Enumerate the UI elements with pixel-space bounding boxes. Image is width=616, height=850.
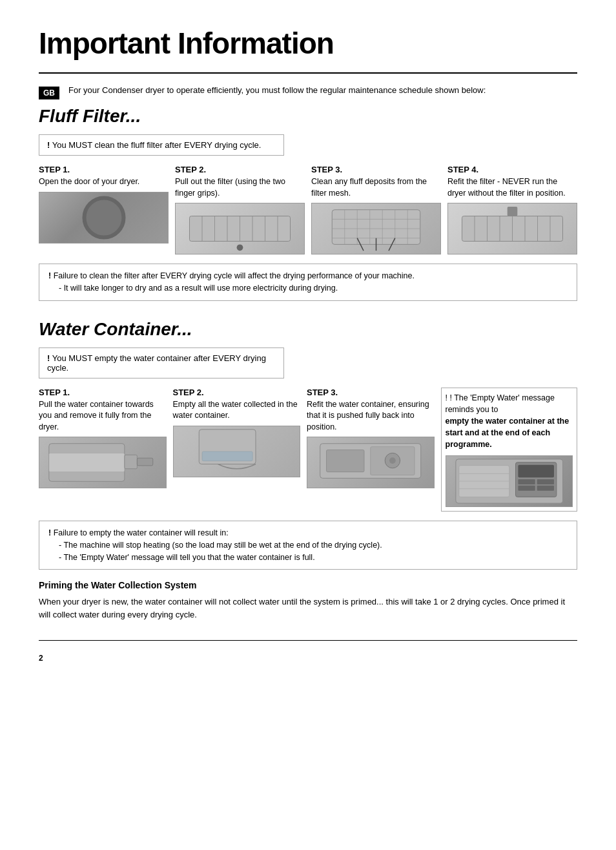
fluff-failure-list: It will take longer to dry and as a resu… bbox=[48, 282, 568, 295]
water-step-1: STEP 1. Pull the water container towards… bbox=[39, 388, 167, 512]
main-title: Important Information bbox=[39, 26, 577, 61]
svg-rect-32 bbox=[49, 453, 125, 472]
water-warning-box: ! You MUST empty the water container aft… bbox=[39, 347, 284, 378]
fluff-step-1-label: STEP 1. bbox=[39, 165, 169, 174]
water-highlight-exclaim: ! bbox=[446, 393, 447, 402]
fluff-failure-item-1: It will take longer to dry and as a resu… bbox=[59, 282, 568, 295]
water-step-highlight: ! ! The 'Empty Water' message reminds yo… bbox=[441, 388, 578, 512]
svg-rect-38 bbox=[327, 450, 365, 472]
water-refit-graphic bbox=[307, 437, 434, 488]
water-step-2-image bbox=[173, 426, 301, 477]
fluff-failure-exclaim: ! bbox=[48, 271, 51, 280]
water-failure-line1: Failure to empty the water container wil… bbox=[54, 528, 229, 537]
svg-point-41 bbox=[389, 457, 396, 464]
fluff-warning-box: ! You MUST clean the fluff filter after … bbox=[39, 134, 284, 156]
svg-rect-47 bbox=[537, 479, 553, 484]
fluff-failure-line1: Failure to clean the filter after EVERY … bbox=[54, 271, 415, 280]
fluff-step-2-label: STEP 2. bbox=[175, 165, 305, 174]
water-step-3-label: STEP 3. bbox=[307, 388, 435, 397]
water-highlight-bold: empty the water container at the start a… bbox=[446, 417, 570, 449]
filter-refit-graphic bbox=[448, 203, 577, 254]
water-warning-exclaim: ! bbox=[47, 353, 50, 363]
fluff-step-1-image bbox=[39, 192, 169, 244]
priming-text: When your dryer is new, the water contai… bbox=[39, 596, 577, 621]
fluff-step-2-image bbox=[175, 203, 305, 254]
water-container-title: Water Container... bbox=[39, 319, 577, 340]
page-number: 2 bbox=[39, 654, 577, 663]
water-failure-item-2: The 'Empty Water' message will tell you … bbox=[59, 552, 568, 564]
svg-rect-34 bbox=[137, 458, 152, 466]
water-step-1-label: STEP 1. bbox=[39, 388, 167, 397]
priming-title: Priming the Water Collection System bbox=[39, 580, 577, 590]
water-step-highlight-image bbox=[446, 455, 573, 507]
display-panel-graphic bbox=[446, 456, 573, 506]
svg-rect-44 bbox=[518, 465, 554, 478]
fluff-warning-text: You MUST clean the fluff filter after EV… bbox=[52, 140, 262, 150]
svg-point-8 bbox=[237, 244, 243, 251]
fluff-step-4-label: STEP 4. bbox=[447, 165, 577, 174]
fluff-step-4-image bbox=[447, 203, 577, 254]
water-step-2: STEP 2. Empty all the water collected in… bbox=[173, 388, 301, 512]
water-step-3-desc: Refit the water container, ensuring that… bbox=[307, 399, 435, 433]
dryer-door-graphic bbox=[39, 192, 168, 243]
svg-rect-46 bbox=[518, 486, 535, 491]
fluff-failure-box: ! Failure to clean the filter after EVER… bbox=[39, 264, 577, 301]
svg-rect-30 bbox=[508, 207, 518, 216]
fluff-step-3-label: STEP 3. bbox=[311, 165, 441, 174]
intro-text: For your Condenser dryer to operate effi… bbox=[68, 85, 577, 95]
water-step-2-label: STEP 2. bbox=[173, 388, 301, 397]
water-failure-list: The machine will stop heating (so the lo… bbox=[48, 539, 568, 564]
water-step-1-desc: Pull the water container towards you and… bbox=[39, 399, 167, 433]
fluff-steps-row: STEP 1. Open the door of your dryer. STE… bbox=[39, 165, 577, 254]
water-container-section: Water Container... ! You MUST empty the … bbox=[39, 319, 577, 621]
water-step-3-image bbox=[307, 437, 435, 488]
filter-pull-graphic bbox=[176, 203, 304, 254]
fluff-step-4: STEP 4. Refit the filter - NEVER run the… bbox=[447, 165, 577, 254]
svg-rect-48 bbox=[537, 486, 553, 491]
fluff-step-1-desc: Open the door of your dryer. bbox=[39, 176, 169, 188]
fluff-step-2: STEP 2. Pull out the filter (using the t… bbox=[175, 165, 305, 254]
water-failure-box: ! Failure to empty the water container w… bbox=[39, 521, 577, 570]
water-step-1-image bbox=[39, 437, 167, 488]
water-pull-graphic bbox=[39, 437, 166, 488]
fluff-warning-exclaim: ! bbox=[47, 140, 50, 150]
intro-row: GB For your Condenser dryer to operate e… bbox=[39, 85, 577, 99]
fluff-filter-title: Fluff Filter... bbox=[39, 106, 577, 127]
title-divider bbox=[39, 72, 577, 74]
fluff-step-1: STEP 1. Open the door of your dryer. bbox=[39, 165, 169, 254]
fluff-step-3-desc: Clean any fluff deposits from the filter… bbox=[311, 176, 441, 199]
fluff-step-2-desc: Pull out the filter (using the two finge… bbox=[175, 176, 305, 199]
fluff-step-4-desc: Refit the filter - NEVER run the dryer w… bbox=[447, 176, 577, 199]
water-step-2-desc: Empty all the water collected in the wat… bbox=[173, 399, 301, 422]
water-steps-row: STEP 1. Pull the water container towards… bbox=[39, 388, 577, 512]
water-step-3: STEP 3. Refit the water container, ensur… bbox=[307, 388, 435, 512]
svg-rect-45 bbox=[518, 479, 535, 484]
water-failure-exclaim: ! bbox=[48, 528, 51, 537]
fluff-step-3-image bbox=[311, 203, 441, 254]
filter-mesh-graphic bbox=[312, 203, 440, 254]
priming-section: Priming the Water Collection System When… bbox=[39, 580, 577, 621]
svg-rect-33 bbox=[125, 455, 138, 468]
water-empty-graphic bbox=[174, 426, 300, 477]
fluff-step-3: STEP 3. Clean any fluff deposits from th… bbox=[311, 165, 441, 254]
water-highlight-prefix: ! The 'Empty Water' message reminds you … bbox=[446, 393, 555, 414]
water-failure-item-1: The machine will stop heating (so the lo… bbox=[59, 539, 568, 552]
bottom-divider bbox=[39, 640, 577, 641]
water-warning-text: You MUST empty the water container after… bbox=[47, 353, 266, 373]
gb-badge: GB bbox=[39, 87, 59, 99]
svg-rect-36 bbox=[202, 451, 252, 461]
